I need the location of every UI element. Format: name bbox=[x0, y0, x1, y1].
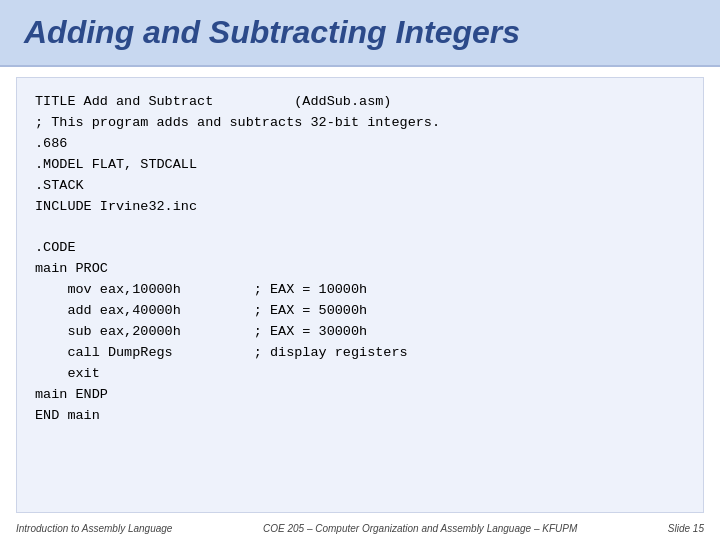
code-line-8: .CODE bbox=[35, 240, 76, 255]
code-line-16: END main bbox=[35, 408, 100, 423]
code-line-1: TITLE Add and Subtract (AddSub.asm) bbox=[35, 94, 391, 109]
code-line-12: sub eax,20000h ; EAX = 30000h bbox=[35, 324, 367, 339]
code-line-13: call DumpRegs ; display registers bbox=[35, 345, 408, 360]
footer: Introduction to Assembly Language COE 20… bbox=[0, 519, 720, 540]
footer-left: Introduction to Assembly Language bbox=[16, 523, 172, 534]
slide: Adding and Subtracting Integers TITLE Ad… bbox=[0, 0, 720, 540]
code-line-6: INCLUDE Irvine32.inc bbox=[35, 199, 197, 214]
code-line-9: main PROC bbox=[35, 261, 108, 276]
footer-center: COE 205 – Computer Organization and Asse… bbox=[182, 523, 657, 534]
title-bar: Adding and Subtracting Integers bbox=[0, 0, 720, 67]
code-line-14: exit bbox=[35, 366, 100, 381]
code-line-2: ; This program adds and subtracts 32-bit… bbox=[35, 115, 440, 130]
code-line-4: .MODEL FLAT, STDCALL bbox=[35, 157, 197, 172]
code-line-5: .STACK bbox=[35, 178, 84, 193]
footer-right: Slide 15 bbox=[668, 523, 704, 534]
code-line-3: .686 bbox=[35, 136, 67, 151]
slide-title: Adding and Subtracting Integers bbox=[24, 14, 520, 50]
code-line-15: main ENDP bbox=[35, 387, 108, 402]
code-block: TITLE Add and Subtract (AddSub.asm) ; Th… bbox=[35, 92, 685, 427]
content-area: TITLE Add and Subtract (AddSub.asm) ; Th… bbox=[16, 77, 704, 513]
code-line-10: mov eax,10000h ; EAX = 10000h bbox=[35, 282, 367, 297]
code-line-11: add eax,40000h ; EAX = 50000h bbox=[35, 303, 367, 318]
